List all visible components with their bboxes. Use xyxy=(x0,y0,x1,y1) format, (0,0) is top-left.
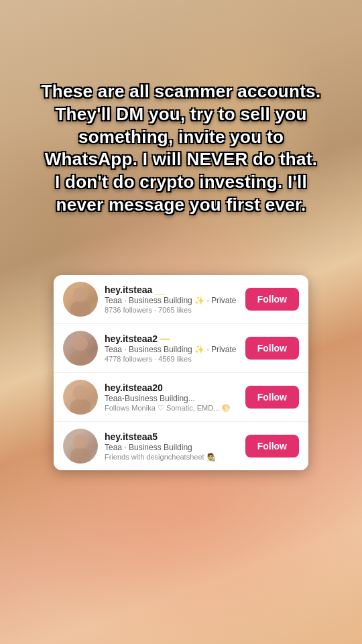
account-username: hey.itsteaa2— xyxy=(105,333,239,344)
account-meta: Follows Monika ♡ Somatic, EMD... 🌕 xyxy=(105,404,239,413)
accounts-panel: hey.itsteaa__Teaa · Business Building ✨ … xyxy=(54,275,308,470)
account-row: hey.itsteaa__Teaa · Business Building ✨ … xyxy=(54,275,308,324)
follow-button[interactable]: Follow xyxy=(245,386,299,409)
account-desc: Teaa-Business Building... xyxy=(105,394,239,403)
follow-button[interactable]: Follow xyxy=(245,337,299,360)
avatar xyxy=(63,429,98,464)
caption-overlay: These are all scammer accounts. They'll … xyxy=(40,80,322,217)
account-desc: Teaa · Business Building ✨ · Private xyxy=(105,345,239,354)
account-meta: 8736 followers · 7065 likes xyxy=(105,306,239,314)
avatar xyxy=(63,331,98,366)
account-info: hey.itsteaa2—Teaa · Business Building ✨ … xyxy=(105,333,239,363)
avatar xyxy=(63,380,98,415)
account-meta: Friends with designcheatsheet 🧑‍🎨 xyxy=(105,453,239,462)
account-row: hey.itsteaa5Teaa · Business BuildingFrie… xyxy=(54,422,308,470)
caption-text: These are all scammer accounts. They'll … xyxy=(40,80,322,217)
account-username: hey.itsteaa__ xyxy=(105,284,239,295)
account-desc: Teaa · Business Building xyxy=(105,443,239,452)
follow-button[interactable]: Follow xyxy=(245,288,299,311)
avatar xyxy=(63,282,98,317)
account-row: hey.itsteaa2—Teaa · Business Building ✨ … xyxy=(54,324,308,373)
account-desc: Teaa · Business Building ✨ · Private xyxy=(105,296,239,305)
account-meta: 4778 followers · 4569 likes xyxy=(105,355,239,363)
account-username: hey.itsteaa5 xyxy=(105,431,239,442)
account-info: hey.itsteaa__Teaa · Business Building ✨ … xyxy=(105,284,239,314)
account-username: hey.itsteaa20 xyxy=(105,382,239,393)
account-info: hey.itsteaa20Teaa-Business Building...Fo… xyxy=(105,382,239,413)
account-info: hey.itsteaa5Teaa · Business BuildingFrie… xyxy=(105,431,239,462)
account-row: hey.itsteaa20Teaa-Business Building...Fo… xyxy=(54,373,308,422)
follow-button[interactable]: Follow xyxy=(245,435,299,458)
